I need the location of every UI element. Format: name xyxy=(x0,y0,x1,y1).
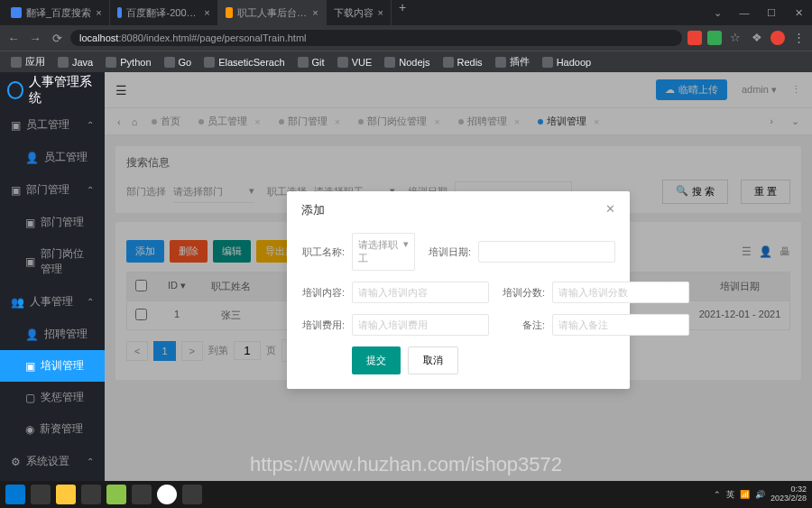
bookmark-folder[interactable]: ElaseticSerach xyxy=(198,57,290,68)
train-date-input[interactable] xyxy=(478,241,615,263)
bookmark-folder[interactable]: Python xyxy=(100,57,156,68)
close-icon[interactable]: × xyxy=(96,7,101,18)
train-score-input[interactable] xyxy=(552,282,689,303)
sidebar-item-salary[interactable]: ◉ 薪资管理 xyxy=(0,413,105,445)
taskbar-app[interactable] xyxy=(81,485,101,504)
logo-icon xyxy=(7,81,23,99)
address-bar: ← → ⟳ localhost:8080/index.html#/page/pe… xyxy=(0,25,812,51)
remark-label: 备注: xyxy=(502,319,545,332)
sidebar-item-dept-position[interactable]: ▣ 部门岗位管理 xyxy=(0,238,105,285)
back-icon[interactable]: ← xyxy=(5,32,22,45)
forward-icon[interactable]: → xyxy=(27,32,43,45)
bookmark-folder[interactable]: 插件 xyxy=(490,55,535,69)
sidebar-item-training[interactable]: ▣ 培训管理 xyxy=(0,350,105,382)
content-label: 培训内容: xyxy=(301,286,345,300)
bookmark-folder[interactable]: Redis xyxy=(438,57,488,68)
chevron-up-icon: ⌃ xyxy=(87,297,94,307)
emp-select[interactable]: 请选择职工▾ xyxy=(352,233,415,271)
fee-label: 培训费用: xyxy=(301,319,345,332)
profile-icon[interactable] xyxy=(770,31,785,45)
minimize-button[interactable]: — xyxy=(731,7,758,19)
taskbar: ⌃ 英 📶 🔊 0:322023/2/28 xyxy=(0,481,812,508)
taskbar-app[interactable] xyxy=(106,485,126,504)
extensions-icon[interactable]: ❖ xyxy=(749,31,765,45)
maximize-button[interactable]: ☐ xyxy=(758,7,785,19)
sidebar-item-employee[interactable]: 👤 员工管理 xyxy=(0,142,105,173)
close-icon[interactable]: × xyxy=(378,7,383,18)
browser-titlebar: 翻译_百度搜索× 百度翻译-200种语言互译、词库...× 职工人事后台管理系统… xyxy=(0,0,812,25)
chevron-up-icon: ⌃ xyxy=(87,185,94,195)
tray-volume-icon[interactable]: 🔊 xyxy=(755,490,765,499)
taskbar-explorer[interactable] xyxy=(56,485,76,504)
menu-icon[interactable]: ⋮ xyxy=(790,31,807,45)
taskbar-search[interactable] xyxy=(31,485,51,504)
extension-icon[interactable] xyxy=(687,31,702,45)
bookmark-folder[interactable]: Hadoop xyxy=(537,57,597,68)
start-button[interactable] xyxy=(5,485,25,504)
bookmark-folder[interactable]: Nodejs xyxy=(379,57,435,68)
tray-icon[interactable]: ⌃ xyxy=(714,490,721,499)
cancel-button[interactable]: 取消 xyxy=(408,346,458,374)
submit-button[interactable]: 提交 xyxy=(352,346,401,374)
train-fee-input[interactable] xyxy=(352,314,489,336)
app-logo: 人事管理系统 xyxy=(0,72,105,108)
browser-tabs: 翻译_百度搜索× 百度翻译-200种语言互译、词库...× 职工人事后台管理系统… xyxy=(0,0,413,25)
browser-tab-active[interactable]: 职工人事后台管理系统× xyxy=(218,0,327,25)
sidebar: 人事管理系统 ▣ 员工管理⌃ 👤 员工管理 ▣ 部门管理⌃ ▣ 部门管理 ▣ 部… xyxy=(0,72,105,508)
chevron-down-icon: ▾ xyxy=(403,238,409,265)
train-remark-input[interactable] xyxy=(552,314,689,336)
add-modal: 添加 ✕ 职工名称:请选择职工▾ 培训日期: 培训内容: 培训分数: 培训费用:… xyxy=(287,191,630,389)
new-tab-button[interactable]: + xyxy=(392,0,413,25)
dropdown-icon[interactable]: ⌄ xyxy=(704,7,731,19)
browser-tab[interactable]: 百度翻译-200种语言互译、词库...× xyxy=(110,0,218,25)
date-label: 培训日期: xyxy=(428,245,471,259)
sidebar-group-hr[interactable]: 👥 人事管理⌃ xyxy=(0,285,105,319)
modal-title: 添加 xyxy=(301,202,325,218)
sidebar-group-employee[interactable]: ▣ 员工管理⌃ xyxy=(0,108,105,142)
tray-wifi-icon[interactable]: 📶 xyxy=(740,490,750,499)
modal-close-button[interactable]: ✕ xyxy=(605,202,615,218)
sidebar-group-system[interactable]: ⚙ 系统设置⌃ xyxy=(0,445,105,478)
bookmark-folder[interactable]: Java xyxy=(52,57,98,68)
app-container: 人事管理系统 ▣ 员工管理⌃ 👤 员工管理 ▣ 部门管理⌃ ▣ 部门管理 ▣ 部… xyxy=(0,72,812,508)
bookmark-folder[interactable]: VUE xyxy=(332,57,378,68)
train-content-input[interactable] xyxy=(352,282,489,303)
apps-button[interactable]: 应用 xyxy=(5,55,51,69)
sidebar-item-recruit[interactable]: 👤 招聘管理 xyxy=(0,319,105,350)
close-icon[interactable]: × xyxy=(204,7,209,18)
modal-overlay[interactable]: 添加 ✕ 职工名称:请选择职工▾ 培训日期: 培训内容: 培训分数: 培训费用:… xyxy=(105,72,812,508)
bookmark-bar: 应用 Java Python Go ElaseticSerach Git VUE… xyxy=(0,51,812,72)
chevron-up-icon: ⌃ xyxy=(87,457,94,466)
browser-tab[interactable]: 翻译_百度搜索× xyxy=(4,0,110,25)
sidebar-group-dept[interactable]: ▣ 部门管理⌃ xyxy=(0,173,105,207)
main-content: ☰ ☁临晴上传 admin ▾ ⋮ ‹ ⌂ 首页 员工管理× 部门管理× 部门岗… xyxy=(105,72,812,508)
bookmark-folder[interactable]: Git xyxy=(292,57,330,68)
taskbar-app[interactable] xyxy=(182,485,202,504)
star-icon[interactable]: ☆ xyxy=(727,31,743,45)
emp-label: 职工名称: xyxy=(301,245,345,259)
browser-tab[interactable]: 下载内容× xyxy=(327,0,392,25)
chevron-up-icon: ⌃ xyxy=(87,120,94,130)
taskbar-chrome[interactable] xyxy=(157,485,177,504)
score-label: 培训分数: xyxy=(502,286,545,300)
taskbar-app[interactable] xyxy=(132,485,152,504)
extension-icon[interactable] xyxy=(707,31,722,45)
reload-icon[interactable]: ⟳ xyxy=(49,32,65,45)
sidebar-item-reward[interactable]: ▢ 奖惩管理 xyxy=(0,382,105,413)
taskbar-clock[interactable]: 0:322023/2/28 xyxy=(770,485,807,503)
sidebar-item-dept[interactable]: ▣ 部门管理 xyxy=(0,207,105,238)
close-button[interactable]: ✕ xyxy=(785,7,812,19)
url-input[interactable]: localhost:8080/index.html#/page/personal… xyxy=(70,30,682,46)
bookmark-folder[interactable]: Go xyxy=(159,57,198,68)
tray-icon[interactable]: 英 xyxy=(726,489,734,501)
close-icon[interactable]: × xyxy=(312,7,318,18)
